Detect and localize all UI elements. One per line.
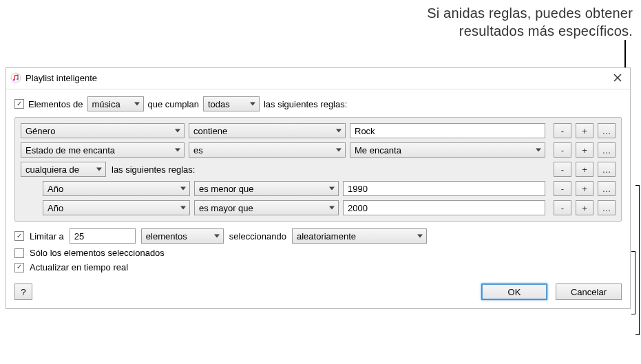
nested-rules: Año es menor que - + … Año es mayor que … [21,181,616,215]
rule-add-button[interactable]: + [576,181,593,196]
checked-only-checkbox[interactable] [14,248,24,258]
limit-value-input[interactable] [70,228,136,244]
rule-value-input[interactable] [343,181,545,196]
rule-nest-button[interactable]: … [598,142,616,158]
dialog-footer: ? OK Cancelar [14,283,622,300]
annotation-text: Si anidas reglas, puedes obtener resulta… [427,4,633,40]
rule-remove-button[interactable]: - [554,200,571,215]
rule-value-input[interactable] [343,200,545,215]
rule-value-input[interactable] [350,123,545,138]
annotation-leader-line [624,40,626,69]
dialog-title: Playlist inteligente [25,73,97,83]
itunes-icon [10,72,21,83]
ok-button[interactable]: OK [481,283,547,300]
live-update-label: Actualizar en tiempo real [30,262,128,272]
smart-playlist-dialog: Playlist inteligente Elementos de música… [6,67,631,309]
bracket-outer [635,185,640,335]
rule-nest-button[interactable]: … [598,162,616,177]
rule-operator-select[interactable]: es [189,142,346,158]
match-mode-select[interactable]: todas [203,96,260,111]
rule-remove-button[interactable]: - [554,162,571,177]
annotation-line-1: Si anidas reglas, puedes obtener [427,4,633,22]
nested-mode-select[interactable]: cualquiera de [21,162,106,177]
rule-row: Estado de me encanta es Me encanta - + … [21,142,616,158]
rule-value-select[interactable]: Me encanta [350,142,545,158]
rule-operator-select[interactable]: es menor que [194,181,339,196]
svg-point-0 [11,73,21,83]
svg-point-1 [13,79,15,81]
limit-selecting-label: seleccionando [229,231,286,242]
live-update-row: Actualizar en tiempo real [14,262,622,272]
match-meet-label: que cumplan [148,99,199,109]
match-tail-label: las siguientes reglas: [264,99,347,109]
checked-only-row: Sólo los elementos seleccionados [14,248,622,258]
rule-remove-button[interactable]: - [554,123,571,138]
rule-row: Año es mayor que - + … [43,200,616,215]
rules-block: Género contiene - + … Estado de me encan… [14,117,622,222]
annotation-line-2: resultados más específicos. [427,22,633,40]
rule-remove-button[interactable]: - [554,181,571,196]
rule-row: Género contiene - + … [21,123,616,138]
limit-unit-select[interactable]: elementos [141,228,224,244]
limit-label: Limitar a [30,231,64,242]
close-button[interactable] [611,71,624,85]
limit-row: Limitar a elementos seleccionando aleato… [14,228,622,244]
rule-field-select[interactable]: Año [43,200,190,215]
rule-add-button[interactable]: + [576,123,593,138]
limit-method-select[interactable]: aleatoriamente [292,228,427,244]
checked-only-label: Sólo los elementos seleccionados [30,248,165,258]
rule-row: Año es menor que - + … [43,181,616,196]
rule-nest-button[interactable]: … [598,181,616,196]
match-source-select[interactable]: música [87,96,144,111]
cancel-button[interactable]: Cancelar [556,283,622,300]
rule-add-button[interactable]: + [576,162,593,177]
help-button[interactable]: ? [14,283,32,300]
live-update-checkbox[interactable] [14,263,24,272]
rule-remove-button[interactable]: - [554,142,571,158]
rule-field-select[interactable]: Estado de me encanta [21,142,185,158]
limit-checkbox[interactable] [14,231,24,241]
rule-operator-select[interactable]: es mayor que [194,200,339,215]
rule-nest-button[interactable]: … [598,123,616,138]
svg-point-2 [17,78,19,81]
match-condition-row: Elementos de música que cumplan todas la… [14,96,622,111]
rule-field-select[interactable]: Año [43,181,190,196]
rule-nest-button[interactable]: … [598,200,616,215]
nested-header-row: cualquiera de las siguientes reglas: - +… [21,162,616,177]
rule-add-button[interactable]: + [576,142,593,158]
rule-operator-select[interactable]: contiene [189,123,346,138]
rule-add-button[interactable]: + [576,200,593,215]
match-elements-label: Elementos de [28,99,83,109]
rule-field-select[interactable]: Género [21,123,185,138]
nested-tail-label: las siguientes reglas: [112,164,195,175]
match-checkbox[interactable] [14,99,24,109]
titlebar: Playlist inteligente [6,68,630,89]
